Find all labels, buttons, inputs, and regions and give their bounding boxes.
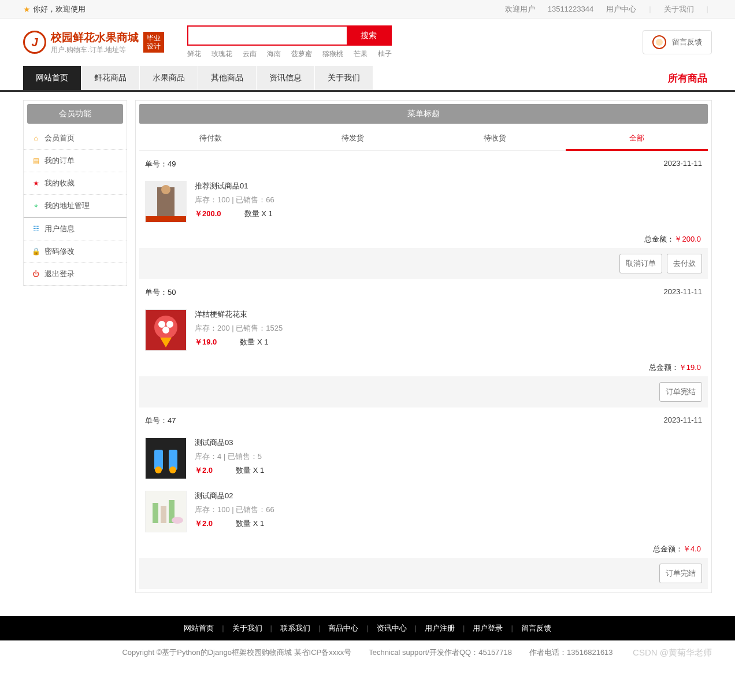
order-no: 单号：47 — [145, 416, 176, 426]
hot-word[interactable]: 海南 — [267, 49, 281, 59]
order-icon: ▤ — [32, 157, 40, 165]
main: 菜单标题 待付款待发货待收货全部 单号：492023-11-11推荐测试商品01… — [135, 100, 712, 593]
footer-link[interactable]: 关于我们 — [224, 624, 270, 632]
tab[interactable]: 待发货 — [281, 127, 424, 151]
divider: | — [645, 0, 654, 18]
total-amount: ￥4.0 — [683, 545, 701, 553]
footer-link[interactable]: 资讯中心 — [369, 624, 415, 632]
sidebar-item-label: 会员首页 — [44, 133, 75, 143]
hot-word[interactable]: 鲜花 — [187, 49, 201, 59]
tabs: 待付款待发货待收货全部 — [139, 127, 708, 151]
product-stock: 库存：200 | 已销售：1525 — [195, 323, 702, 334]
order-date: 2023-11-11 — [664, 416, 703, 426]
sidebar-item-label: 退出登录 — [44, 269, 75, 279]
sidebar-item-order[interactable]: ▤我的订单 — [24, 150, 127, 172]
sidebar-item-user[interactable]: ☷用户信息 — [24, 218, 127, 240]
footer-tech: Technical support/开发作者QQ：45157718 — [369, 647, 512, 658]
order-total: 总金额：￥200.0 — [139, 231, 708, 248]
user-center-link[interactable]: 用户中心 — [603, 0, 640, 18]
logo-icon: J — [23, 31, 46, 54]
footer-link[interactable]: 留言反馈 — [513, 624, 559, 632]
star-icon: ★ — [23, 0, 31, 18]
sidebar-item-power[interactable]: ⏻退出登录 — [24, 263, 127, 286]
product-image[interactable] — [145, 438, 187, 479]
nav-all-products[interactable]: 所有商品 — [668, 72, 712, 85]
product-info: 洋桔梗鲜花花束库存：200 | 已销售：1525￥19.0数量 X 1 — [195, 309, 702, 351]
nav-item[interactable]: 关于我们 — [315, 66, 373, 90]
user-icon: ☷ — [32, 225, 40, 233]
order-header: 单号：472023-11-11 — [139, 408, 708, 434]
topbar: ★ 你好，欢迎使用 欢迎用户 13511223344 用户中心 | 关于我们 | — [0, 0, 735, 18]
product-name[interactable]: 测试商品02 — [195, 491, 702, 501]
order-no: 单号：49 — [145, 159, 176, 169]
divider: | — [703, 0, 712, 18]
hot-word[interactable]: 猕猴桃 — [322, 49, 343, 59]
nav-item[interactable]: 资讯信息 — [257, 66, 314, 90]
sidebar-item-lock[interactable]: 🔒密码修改 — [24, 240, 127, 263]
order-item: 洋桔梗鲜花花束库存：200 | 已销售：1525￥19.0数量 X 1 — [139, 306, 708, 359]
tab[interactable]: 待付款 — [139, 127, 281, 151]
hot-word[interactable]: 柚子 — [378, 49, 392, 59]
tab[interactable]: 待收货 — [424, 127, 566, 151]
nav-item[interactable]: 其他商品 — [198, 66, 256, 90]
order-header: 单号：502023-11-11 — [139, 279, 708, 306]
product-price: ￥200.0 — [195, 209, 221, 219]
product-image[interactable] — [145, 181, 187, 223]
svg-point-6 — [158, 321, 165, 328]
order-actions: 订单完结 — [139, 376, 708, 408]
user-phone: 13511223344 — [544, 0, 597, 18]
about-link[interactable]: 关于我们 — [660, 0, 697, 18]
sidebar-item-pin[interactable]: ⌖我的地址管理 — [24, 195, 127, 218]
footer-link[interactable]: 商品中心 — [320, 624, 366, 632]
hot-word[interactable]: 玫瑰花 — [211, 49, 232, 59]
svg-point-8 — [162, 327, 169, 334]
search-button[interactable]: 搜索 — [347, 27, 391, 45]
svg-rect-9 — [146, 438, 186, 479]
footer-link[interactable]: 用户登录 — [465, 624, 511, 632]
sidebar-item-label: 我的地址管理 — [44, 201, 90, 211]
product-price: ￥2.0 — [195, 465, 213, 476]
product-stock: 库存：100 | 已销售：66 — [195, 505, 702, 515]
product-name[interactable]: 测试商品03 — [195, 438, 702, 448]
total-amount: ￥19.0 — [679, 363, 701, 372]
total-amount: ￥200.0 — [674, 235, 701, 243]
lock-icon: 🔒 — [32, 247, 40, 255]
hot-word[interactable]: 云南 — [243, 49, 257, 59]
search-box: 搜索 — [187, 25, 392, 46]
order-action-button[interactable]: 订单完结 — [659, 382, 702, 402]
product-image[interactable] — [145, 309, 187, 351]
order-header: 单号：492023-11-11 — [139, 151, 708, 177]
product-name[interactable]: 洋桔梗鲜花花束 — [195, 309, 702, 320]
hot-words: 鲜花玫瑰花云南海南菠萝蜜猕猴桃芒果柚子 — [187, 49, 392, 59]
feedback-button[interactable]: 留言反馈 — [643, 30, 712, 54]
search-input[interactable] — [188, 27, 347, 45]
headset-icon — [652, 35, 666, 49]
topbar-right: 欢迎用户 13511223344 用户中心 | 关于我们 | — [502, 0, 712, 18]
logo-block[interactable]: J 校园鲜花水果商城 用户.购物车.订单.地址等 毕业 设计 — [23, 30, 164, 55]
product-name[interactable]: 推荐测试商品01 — [195, 181, 702, 191]
hot-word[interactable]: 菠萝蜜 — [291, 49, 312, 59]
order-action-button[interactable]: 去付款 — [667, 254, 702, 273]
product-info: 测试商品02库存：100 | 已销售：66￥2.0数量 X 1 — [195, 491, 702, 532]
order-action-button[interactable]: 取消订单 — [619, 254, 662, 273]
footer-link[interactable]: 用户注册 — [417, 624, 463, 632]
order-action-button[interactable]: 订单完结 — [659, 564, 702, 583]
sidebar-item-star[interactable]: ★我的收藏 — [24, 172, 127, 195]
power-icon: ⏻ — [32, 270, 40, 278]
star-icon: ★ — [32, 179, 40, 187]
svg-point-18 — [172, 517, 183, 524]
svg-rect-16 — [161, 506, 166, 523]
container: 会员功能 ⌂会员首页▤我的订单★我的收藏⌖我的地址管理☷用户信息🔒密码修改⏻退出… — [0, 92, 735, 605]
sidebar-item-home[interactable]: ⌂会员首页 — [24, 127, 127, 150]
nav-item[interactable]: 水果商品 — [140, 66, 198, 90]
greeting-text: 你好，欢迎使用 — [33, 0, 86, 18]
footer-link[interactable]: 网站首页 — [176, 624, 222, 632]
tab[interactable]: 全部 — [566, 127, 708, 151]
nav-item[interactable]: 鲜花商品 — [81, 66, 139, 90]
product-price: ￥2.0 — [195, 518, 213, 529]
product-image[interactable] — [145, 491, 187, 532]
nav-item[interactable]: 网站首页 — [23, 66, 81, 90]
product-qty: 数量 X 1 — [236, 465, 264, 476]
hot-word[interactable]: 芒果 — [354, 49, 368, 59]
footer-link[interactable]: 联系我们 — [272, 624, 318, 632]
